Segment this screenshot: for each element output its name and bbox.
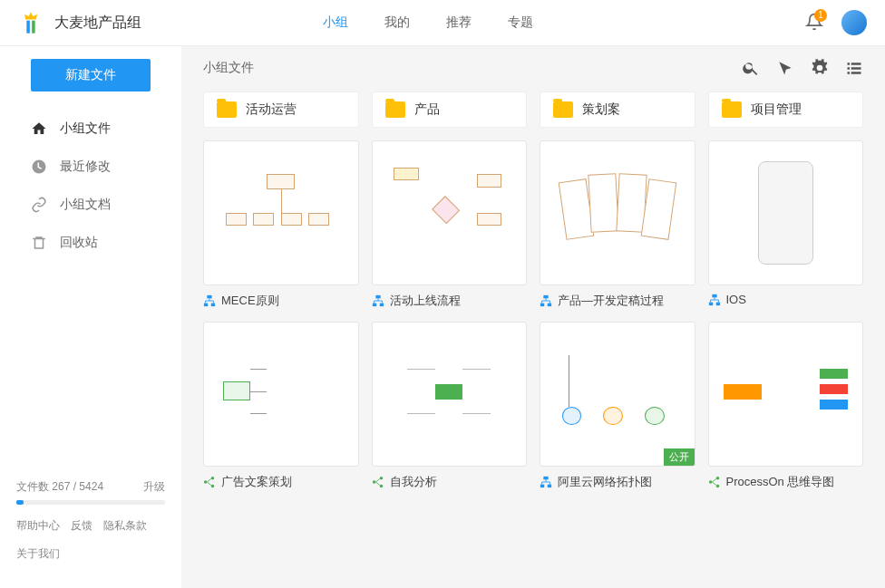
breadcrumb: 小组文件 [203, 60, 254, 76]
file-thumbnail [708, 140, 864, 285]
svg-rect-5 [372, 304, 375, 307]
flowchart-icon [203, 294, 216, 307]
new-file-button[interactable]: 新建文件 [31, 59, 151, 92]
file-item[interactable]: ProcessOn 思维导图 [708, 322, 864, 490]
file-item[interactable]: MECE原则 [203, 140, 359, 309]
user-avatar[interactable] [841, 10, 867, 35]
svg-rect-8 [540, 304, 544, 307]
svg-rect-21 [548, 485, 551, 488]
flowchart-icon [540, 476, 552, 488]
help-link[interactable]: 帮助中心 [16, 517, 60, 535]
svg-point-13 [204, 480, 208, 484]
file-item[interactable]: IOS [708, 140, 864, 309]
file-item[interactable]: 公开 阿里云网络拓扑图 [540, 322, 695, 490]
folder-item[interactable]: 策划案 [540, 92, 695, 128]
svg-point-16 [372, 480, 375, 484]
svg-point-17 [379, 477, 383, 480]
sidebar-label: 回收站 [60, 235, 98, 251]
file-item[interactable]: 活动上线流程 [372, 140, 528, 309]
file-thumbnail [708, 322, 864, 467]
file-thumbnail [372, 140, 528, 285]
folder-icon [217, 101, 237, 118]
link-icon [31, 197, 47, 213]
folder-item[interactable]: 活动运营 [203, 92, 359, 128]
svg-rect-20 [540, 485, 544, 488]
header: 大麦地产品组 小组 我的 推荐 专题 1 [0, 0, 885, 46]
about-link[interactable]: 关于我们 [16, 545, 60, 563]
svg-rect-1 [207, 295, 211, 299]
svg-point-22 [708, 480, 712, 484]
file-thumbnail [203, 322, 359, 467]
file-thumbnail [372, 322, 528, 467]
sidebar-item-docs[interactable]: 小组文档 [0, 186, 181, 224]
clock-icon [31, 159, 47, 175]
file-item[interactable]: 产品—开发定稿过程 [540, 140, 695, 309]
sidebar-label: 最近修改 [60, 159, 111, 175]
notification-bell[interactable]: 1 [805, 13, 823, 34]
svg-rect-4 [375, 295, 380, 299]
flowchart-icon [708, 294, 721, 306]
folder-item[interactable]: 项目管理 [708, 92, 864, 128]
notification-badge: 1 [814, 9, 827, 22]
list-view-icon[interactable] [845, 59, 863, 77]
svg-rect-9 [548, 304, 551, 307]
svg-point-14 [211, 477, 215, 480]
nav-topic[interactable]: 专题 [508, 14, 533, 31]
privacy-link[interactable]: 隐私条款 [103, 517, 147, 535]
svg-rect-6 [379, 304, 383, 307]
file-item[interactable]: 自我分析 [372, 322, 528, 490]
top-nav: 小组 我的 推荐 专题 [323, 14, 533, 31]
folder-icon [553, 101, 573, 118]
svg-rect-2 [204, 304, 208, 307]
folder-icon [722, 101, 742, 118]
svg-rect-19 [543, 477, 548, 480]
folder-item[interactable]: 产品 [372, 92, 528, 128]
file-item[interactable]: 广告文案策划 [203, 322, 359, 490]
svg-point-18 [379, 485, 383, 488]
gear-icon[interactable] [811, 59, 829, 77]
mindmap-icon [203, 476, 216, 488]
nav-mine[interactable]: 我的 [384, 14, 410, 31]
quota-progress [16, 500, 165, 505]
svg-point-15 [211, 485, 215, 488]
flowchart-icon [540, 294, 552, 307]
cursor-icon[interactable] [776, 59, 794, 77]
quota-label: 文件数 267 / 5424 [16, 479, 103, 495]
folder-icon [385, 101, 405, 118]
svg-rect-7 [543, 295, 548, 299]
feedback-link[interactable]: 反馈 [71, 517, 92, 535]
file-thumbnail [203, 140, 359, 285]
mindmap-icon [372, 476, 384, 488]
mindmap-icon [708, 476, 721, 488]
svg-rect-10 [712, 294, 716, 297]
sidebar-label: 小组文档 [60, 197, 111, 213]
svg-rect-11 [708, 302, 712, 305]
sidebar-item-recent[interactable]: 最近修改 [0, 148, 181, 186]
svg-rect-3 [211, 304, 215, 307]
home-icon [31, 120, 47, 137]
svg-point-24 [715, 485, 719, 488]
nav-recommend[interactable]: 推荐 [446, 14, 472, 31]
upgrade-link[interactable]: 升级 [143, 479, 165, 495]
sidebar: 新建文件 小组文件 最近修改 小组文档 回收站 文件数 267 / 5424 升… [0, 46, 181, 588]
team-name: 大麦地产品组 [54, 14, 141, 33]
flowchart-icon [372, 294, 384, 307]
main-content: 小组文件 活动运营 产品 策划案 项目管理 MECE原则 活动上线流程 [181, 46, 885, 588]
app-logo [18, 10, 44, 35]
trash-icon [31, 235, 47, 251]
file-grid: 活动运营 产品 策划案 项目管理 MECE原则 活动上线流程 产品—开发定稿过程… [203, 92, 863, 490]
nav-group[interactable]: 小组 [323, 14, 348, 31]
sidebar-item-trash[interactable]: 回收站 [0, 224, 181, 262]
public-tag: 公开 [664, 448, 695, 466]
sidebar-label: 小组文件 [60, 120, 111, 137]
file-thumbnail [540, 140, 695, 285]
svg-rect-12 [715, 302, 719, 305]
svg-point-23 [715, 477, 719, 480]
search-icon[interactable] [742, 59, 760, 77]
file-thumbnail: 公开 [540, 322, 695, 467]
sidebar-item-group-files[interactable]: 小组文件 [0, 110, 181, 148]
